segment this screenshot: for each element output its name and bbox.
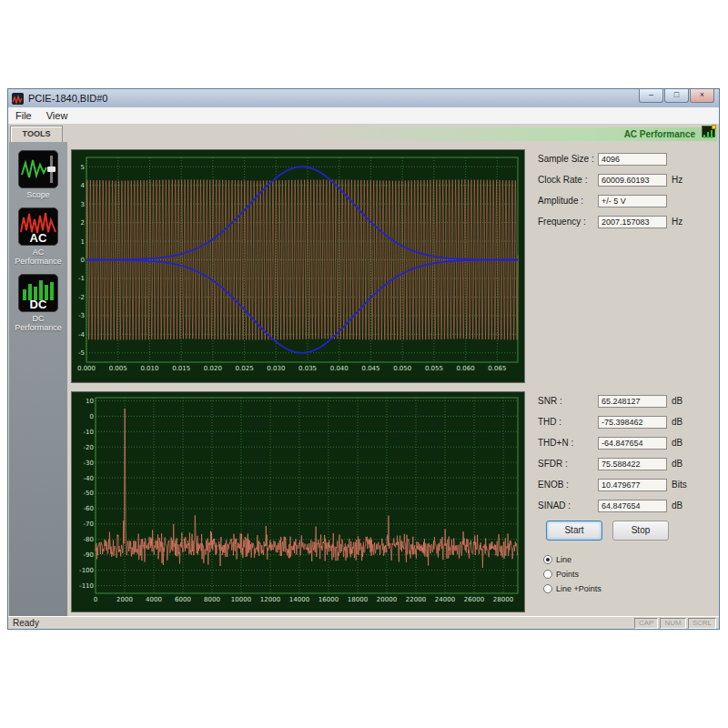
status-bar: Ready CAP NUM SCRL: [8, 616, 719, 629]
svg-text:-3: -3: [78, 312, 85, 319]
amplitude-field[interactable]: +/- 5 V: [598, 195, 667, 207]
svg-text:-1: -1: [78, 275, 85, 282]
svg-text:-80: -80: [84, 536, 94, 543]
frequency-label: Frequency :: [538, 216, 586, 228]
svg-text:0.015: 0.015: [172, 365, 190, 372]
svg-text:22000: 22000: [406, 596, 426, 603]
sfdr-label: SFDR :: [538, 458, 568, 470]
svg-text:0.060: 0.060: [457, 365, 475, 372]
svg-text:24000: 24000: [435, 596, 455, 603]
radio-points[interactable]: Points: [543, 570, 579, 579]
status-text: Ready: [13, 618, 39, 628]
svg-text:0.045: 0.045: [361, 365, 379, 372]
svg-text:4000: 4000: [146, 596, 162, 603]
tools-tab[interactable]: TOOLS: [10, 126, 63, 142]
radio-label: Points: [556, 570, 579, 579]
sfdr-unit: dB: [672, 458, 682, 470]
clock-rate-field[interactable]: 60009.60193: [598, 174, 667, 187]
sfdr-value: 75.588422: [598, 458, 667, 470]
app-icon: [12, 93, 24, 105]
sample-size-field[interactable]: 4096: [598, 153, 667, 166]
sidebar-item-scope[interactable]: Scope: [9, 150, 67, 199]
svg-text:12000: 12000: [260, 596, 280, 603]
svg-text:10: 10: [86, 398, 94, 405]
section-header: AC Performance: [66, 127, 717, 141]
svg-text:-20: -20: [84, 444, 94, 451]
thdn-unit: dB: [672, 437, 682, 450]
svg-text:-5: -5: [78, 349, 85, 357]
svg-text:-2: -2: [78, 294, 85, 301]
svg-text:-30: -30: [84, 460, 94, 467]
stop-button[interactable]: Stop: [612, 521, 669, 541]
svg-text:-110: -110: [79, 582, 94, 590]
maximize-button[interactable]: □: [664, 89, 689, 103]
svg-text:0.020: 0.020: [204, 365, 222, 372]
app-window: PCIE-1840,BID#0 – □ × File View TOOLS AC…: [7, 88, 720, 630]
svg-text:20000: 20000: [377, 596, 397, 603]
svg-text:0.010: 0.010: [140, 365, 158, 372]
page-title: AC Performance: [624, 129, 695, 139]
svg-text:8000: 8000: [204, 596, 220, 603]
svg-text:-70: -70: [84, 521, 94, 528]
radio-dot-icon: [543, 555, 552, 564]
scroll-lock-indicator: SCRL: [688, 618, 716, 629]
sidebar-item-label: AC Performance: [9, 248, 67, 266]
svg-text:0.005: 0.005: [109, 365, 127, 372]
radio-line[interactable]: Line: [543, 555, 571, 564]
radio-label: Line +Points: [556, 584, 602, 593]
frequency-field[interactable]: 2007.157083: [598, 216, 667, 228]
svg-text:2: 2: [81, 219, 85, 227]
menu-view[interactable]: View: [39, 108, 76, 123]
start-button[interactable]: Start: [546, 521, 602, 541]
ac-icon-text: AC: [19, 231, 57, 245]
status-indicators: CAP NUM SCRL: [632, 618, 716, 629]
sample-size-label: Sample Size :: [538, 153, 594, 166]
svg-text:0.025: 0.025: [236, 365, 254, 372]
enob-unit: Bits: [672, 479, 687, 491]
ac-performance-icon: AC: [18, 207, 58, 246]
time-domain-chart: 0.0000.0050.0100.0150.0200.0250.0300.035…: [71, 149, 525, 383]
svg-text:-10: -10: [84, 429, 94, 436]
svg-text:1: 1: [81, 238, 85, 246]
window-title: PCIE-1840,BID#0: [28, 93, 107, 104]
svg-text:3: 3: [81, 201, 85, 208]
svg-text:0: 0: [81, 257, 85, 264]
svg-text:10000: 10000: [231, 596, 251, 603]
svg-text:-4: -4: [78, 331, 86, 339]
svg-text:0.055: 0.055: [425, 365, 443, 372]
svg-text:5: 5: [81, 164, 85, 171]
svg-text:4: 4: [81, 182, 86, 189]
menu-file[interactable]: File: [8, 108, 39, 123]
clock-rate-unit: Hz: [672, 174, 682, 187]
svg-text:2000: 2000: [116, 596, 133, 603]
svg-text:0.040: 0.040: [330, 365, 349, 372]
sidebar-item-ac-performance[interactable]: AC AC Performance: [9, 207, 67, 266]
dc-icon-text: DC: [19, 298, 57, 311]
fft-spectrum-chart: 0200040006000800010000120001400016000180…: [71, 391, 525, 612]
svg-text:0.065: 0.065: [488, 365, 506, 372]
snr-label: SNR :: [538, 395, 562, 408]
frequency-unit: Hz: [672, 216, 682, 228]
svg-text:0.000: 0.000: [77, 365, 96, 372]
svg-text:6000: 6000: [175, 596, 191, 603]
sidebar-item-label: DC Performance: [9, 314, 67, 332]
window-controls: – □ ×: [638, 89, 714, 103]
title-bar[interactable]: PCIE-1840,BID#0 – □ ×: [8, 89, 719, 107]
caps-lock-indicator: CAP: [634, 618, 658, 629]
svg-text:16000: 16000: [318, 596, 339, 603]
sidebar-item-dc-performance[interactable]: DC DC Performance: [9, 274, 67, 332]
thdn-label: THD+N :: [538, 437, 573, 450]
svg-text:-50: -50: [84, 490, 94, 497]
thdn-value: -64.847654: [598, 437, 667, 450]
svg-text:-90: -90: [84, 551, 94, 559]
page-background: PCIE-1840,BID#0 – □ × File View TOOLS AC…: [0, 0, 728, 728]
thd-label: THD :: [538, 416, 561, 429]
minimize-button[interactable]: –: [639, 89, 663, 103]
svg-text:-60: -60: [84, 505, 94, 512]
enob-label: ENOB :: [538, 479, 569, 491]
close-button[interactable]: ×: [690, 89, 714, 103]
radio-line-points[interactable]: Line +Points: [543, 584, 602, 593]
tools-sidebar: Scope AC AC Performance: [9, 142, 67, 616]
radio-label: Line: [556, 555, 571, 564]
radio-dot-icon: [543, 584, 552, 593]
